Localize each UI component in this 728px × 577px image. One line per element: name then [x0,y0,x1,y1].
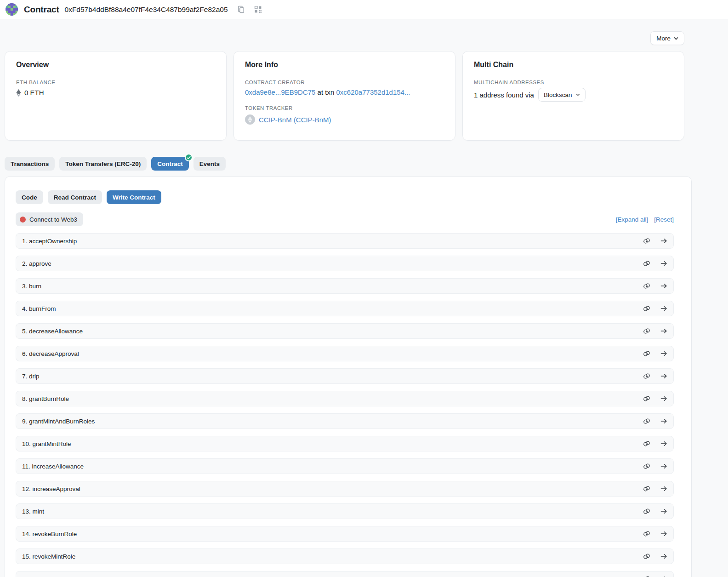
expand-arrow-icon[interactable] [660,238,667,244]
copy-address-icon[interactable] [237,6,245,13]
function-label: 6. decreaseApproval [22,350,79,357]
function-row[interactable]: 8. grantBurnRole [16,391,674,406]
function-row[interactable]: 10. grantMintRole [16,436,674,451]
expand-arrow-icon[interactable] [660,441,667,446]
tab-contract[interactable]: Contract [151,157,189,171]
multichain-addresses-label: MULTICHAIN ADDRESSES [474,80,673,85]
tabs-row: Transactions Token Transfers (ERC-20) Co… [5,157,723,171]
function-row[interactable]: 7. drip [16,368,674,384]
tab-transactions[interactable]: Transactions [5,157,55,171]
permalink-icon[interactable] [643,508,650,514]
function-label: 14. revokeBurnRole [22,531,77,537]
more-dropdown-button[interactable]: More [650,31,684,45]
function-label: 9. grantMintAndBurnRoles [22,418,95,425]
function-row[interactable]: 6. decreaseApproval [16,346,674,361]
expand-arrow-icon[interactable] [660,418,667,424]
expand-arrow-icon[interactable] [660,396,667,401]
expand-arrow-icon[interactable] [660,508,667,514]
permalink-icon[interactable] [643,463,650,469]
function-row[interactable]: 15. revokeMintRole [16,548,674,564]
creator-txn-link[interactable]: 0xc620a77352d1d154... [336,88,410,96]
creator-connector-text: at txn [315,88,336,96]
permalink-icon[interactable] [643,305,650,312]
ethereum-icon [16,89,21,97]
expand-arrow-icon[interactable] [660,351,667,356]
function-row[interactable]: 3. burn [16,278,674,294]
expand-arrow-icon[interactable] [660,328,667,334]
multichain-found-text: 1 address found via [474,91,534,99]
function-label: 7. drip [22,373,40,380]
expand-all-link[interactable]: [Expand all] [616,216,648,223]
function-row[interactable]: 14. revokeBurnRole [16,526,674,542]
permalink-icon[interactable] [643,328,650,334]
function-row[interactable]: 1. acceptOwnership [16,233,674,249]
expand-arrow-icon[interactable] [660,373,667,379]
subtab-code[interactable]: Code [16,190,43,204]
token-logo-icon [245,114,255,125]
tab-token-transfers[interactable]: Token Transfers (ERC-20) [59,157,147,171]
expand-arrow-icon[interactable] [660,283,667,289]
function-row[interactable]: 12. increaseApproval [16,481,674,497]
function-row[interactable]: 5. decreaseAllowance [16,323,674,339]
token-tracker-link[interactable]: CCIP-BnM (CCIP-BnM) [259,116,331,124]
eth-balance-value: 0 ETH [24,89,44,97]
blockscan-select[interactable]: Blockscan [538,88,586,102]
chevron-down-icon [576,93,580,96]
expand-arrow-icon[interactable] [660,531,667,537]
write-functions-list: 1. acceptOwnership2. approve3. burn4. bu… [16,233,674,577]
contract-panel: Code Read Contract Write Contract Connec… [5,176,692,577]
connect-to-web3-button[interactable]: Connect to Web3 [16,212,83,226]
expand-arrow-icon[interactable] [660,306,667,311]
tab-contract-label: Contract [157,160,183,167]
permalink-icon[interactable] [643,440,650,447]
function-label: 2. approve [22,260,51,267]
verified-check-icon [185,154,193,161]
permalink-icon[interactable] [643,283,650,289]
function-label: 3. burn [22,283,41,290]
function-row[interactable]: 13. mint [16,503,674,519]
multichain-title: Multi Chain [474,61,673,69]
subtab-read-contract[interactable]: Read Contract [48,190,102,204]
more-label: More [656,35,671,42]
permalink-icon[interactable] [643,531,650,537]
function-label: 12. increaseApproval [22,486,80,492]
eth-balance-label: ETH BALANCE [16,80,215,85]
overview-card: Overview ETH BALANCE 0 ETH [5,51,227,141]
function-row[interactable]: 4. burnFrom [16,301,674,316]
function-label: 10. grantMintRole [22,440,71,447]
permalink-icon[interactable] [643,418,650,424]
chevron-down-icon [674,37,678,40]
write-toolbar: Connect to Web3 [Expand all] [Reset] [16,212,674,226]
creator-address-link[interactable]: 0xda9e8e...9EB9DC75 [245,88,315,96]
permalink-icon[interactable] [643,395,650,402]
reset-link[interactable]: [Reset] [654,216,674,223]
permalink-icon[interactable] [643,238,650,244]
qr-code-icon[interactable] [254,6,262,13]
function-row[interactable]: 11. increaseAllowance [16,458,674,474]
expand-arrow-icon[interactable] [660,463,667,469]
expand-arrow-icon[interactable] [660,261,667,266]
expand-arrow-icon[interactable] [660,486,667,491]
expand-arrow-icon[interactable] [660,554,667,559]
function-row[interactable]: 9. grantMintAndBurnRoles [16,413,674,429]
blockscan-select-value: Blockscan [544,91,572,98]
permalink-icon[interactable] [643,260,650,267]
tab-events[interactable]: Events [193,157,226,171]
more-info-card: More Info CONTRACT CREATOR 0xda9e8e...9E… [233,51,455,141]
function-label: 5. decreaseAllowance [22,328,83,335]
subtab-write-contract[interactable]: Write Contract [107,190,161,204]
permalink-icon[interactable] [643,350,650,357]
function-row-partial[interactable] [16,571,674,577]
permalink-icon[interactable] [643,373,650,379]
function-row[interactable]: 2. approve [16,256,674,271]
more-info-title: More Info [245,61,444,69]
function-label: 8. grantBurnRole [22,395,69,402]
page-actions-row: More [5,31,723,45]
function-label: 11. increaseAllowance [22,463,84,470]
permalink-icon[interactable] [643,486,650,492]
multichain-card: Multi Chain MULTICHAIN ADDRESSES 1 addre… [462,51,684,141]
permalink-icon[interactable] [643,553,650,560]
connect-to-web3-label: Connect to Web3 [29,216,77,223]
summary-cards: Overview ETH BALANCE 0 ETH More Info CON… [5,51,684,141]
function-label: 13. mint [22,508,44,515]
